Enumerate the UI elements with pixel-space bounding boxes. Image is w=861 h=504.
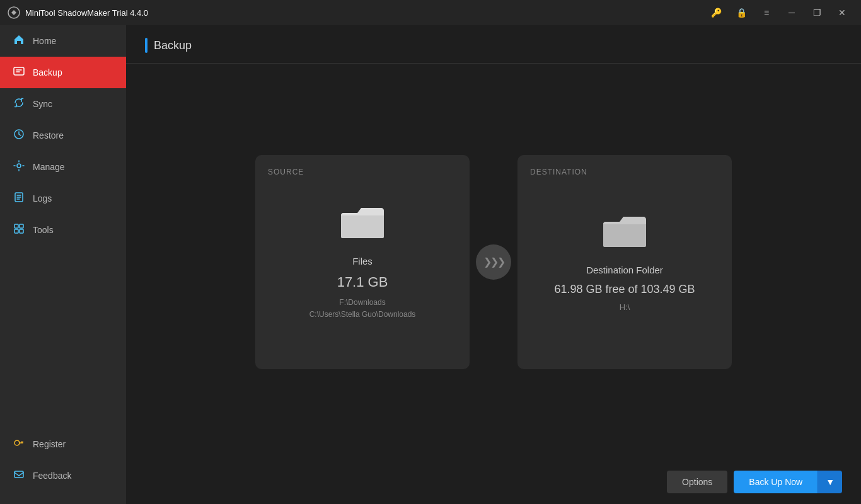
svg-rect-7 xyxy=(14,229,18,233)
dropdown-arrow-icon: ▼ xyxy=(826,477,835,487)
destination-card[interactable]: DESTINATION Destination Folder 61.98 GB … xyxy=(517,155,732,369)
page-title: Backup xyxy=(154,39,192,52)
source-size: 17.1 GB xyxy=(337,274,388,290)
sidebar-item-manage[interactable]: Manage xyxy=(0,151,126,183)
manage-icon xyxy=(13,160,25,174)
sidebar-item-backup[interactable]: Backup xyxy=(0,57,126,88)
destination-label: DESTINATION xyxy=(530,168,587,176)
tools-icon xyxy=(13,223,25,237)
backup-content: SOURCE Files 17.1 GB F:\Downloads C:\Use… xyxy=(126,64,861,460)
backup-dropdown-button[interactable]: ▼ xyxy=(818,471,842,493)
svg-rect-10 xyxy=(14,471,23,478)
sidebar-item-logs[interactable]: Logs xyxy=(0,183,126,214)
sidebar-item-label-sync: Sync xyxy=(33,99,52,109)
restore-button[interactable]: ❐ xyxy=(806,3,828,22)
sidebar-item-restore[interactable]: Restore xyxy=(0,120,126,151)
app-logo-icon xyxy=(8,6,20,19)
minimize-button[interactable]: ─ xyxy=(780,3,803,22)
source-type: Files xyxy=(352,256,373,266)
source-path-2: C:\Users\Stella Guo\Downloads xyxy=(309,309,416,321)
arrow-icon: ❯❯❯ xyxy=(483,256,504,268)
source-path-1: F:\Downloads xyxy=(309,297,416,309)
destination-drive: H:\ xyxy=(620,302,630,312)
key-icon xyxy=(13,437,25,451)
bottom-bar: Options Back Up Now ▼ xyxy=(126,460,861,504)
source-path: F:\Downloads C:\Users\Stella Guo\Downloa… xyxy=(309,297,416,321)
sidebar: Home Backup Sync xyxy=(0,25,126,504)
sidebar-item-label-logs: Logs xyxy=(33,193,52,203)
destination-type: Destination Folder xyxy=(586,265,663,275)
sync-icon xyxy=(13,97,25,111)
key-button[interactable]: 🔑 xyxy=(705,3,727,22)
page-header: Backup xyxy=(126,25,861,64)
destination-free: 61.98 GB free of 103.49 GB xyxy=(554,283,695,296)
svg-rect-8 xyxy=(20,229,23,233)
backup-cards-container: SOURCE Files 17.1 GB F:\Downloads C:\Use… xyxy=(191,155,796,369)
svg-rect-1 xyxy=(14,67,24,75)
app-logo: MiniTool ShadowMaker Trial 4.4.0 xyxy=(8,6,148,19)
restore-icon xyxy=(13,129,25,142)
source-card[interactable]: SOURCE Files 17.1 GB F:\Downloads C:\Use… xyxy=(255,155,470,369)
sidebar-item-home[interactable]: Home xyxy=(0,25,126,57)
window-controls: 🔑 🔒 ≡ ─ ❐ ✕ xyxy=(705,3,853,22)
arrow-button[interactable]: ❯❯❯ xyxy=(476,244,511,280)
sidebar-item-label-home: Home xyxy=(33,36,56,46)
svg-rect-14 xyxy=(603,224,646,247)
close-button[interactable]: ✕ xyxy=(831,3,853,22)
app-title: MiniTool ShadowMaker Trial 4.4.0 xyxy=(25,8,148,18)
main-layout: Home Backup Sync xyxy=(0,25,861,504)
source-label: SOURCE xyxy=(268,168,304,176)
backup-button-group: Back Up Now ▼ xyxy=(734,471,842,493)
sidebar-item-label-register: Register xyxy=(33,439,66,449)
sidebar-item-label-feedback: Feedback xyxy=(33,471,71,481)
sidebar-item-label-backup: Backup xyxy=(33,67,62,77)
feedback-icon xyxy=(13,469,25,483)
svg-rect-12 xyxy=(341,215,384,238)
sidebar-spacer xyxy=(0,246,126,428)
svg-rect-5 xyxy=(14,224,18,228)
sidebar-item-register[interactable]: Register xyxy=(0,428,126,460)
sidebar-item-sync[interactable]: Sync xyxy=(0,88,126,120)
options-button[interactable]: Options xyxy=(667,471,727,493)
svg-rect-6 xyxy=(20,224,23,228)
svg-point-3 xyxy=(17,164,21,168)
sidebar-item-label-manage: Manage xyxy=(33,162,65,172)
home-icon xyxy=(13,34,25,48)
sidebar-item-tools[interactable]: Tools xyxy=(0,214,126,246)
backup-now-button[interactable]: Back Up Now xyxy=(734,471,818,493)
logs-icon xyxy=(13,192,25,205)
backup-icon xyxy=(13,66,25,79)
sidebar-item-label-tools: Tools xyxy=(33,225,54,235)
menu-button[interactable]: ≡ xyxy=(755,3,778,22)
destination-folder-icon xyxy=(602,212,647,252)
sidebar-bottom: Register Feedback xyxy=(0,428,126,504)
lock-button[interactable]: 🔒 xyxy=(730,3,753,22)
sidebar-item-feedback[interactable]: Feedback xyxy=(0,460,126,491)
content-area: Backup SOURCE Files 17.1 GB xyxy=(126,25,861,504)
titlebar: MiniTool ShadowMaker Trial 4.4.0 🔑 🔒 ≡ ─… xyxy=(0,0,861,25)
source-folder-icon xyxy=(340,203,385,243)
header-accent xyxy=(145,38,147,53)
sidebar-item-label-restore: Restore xyxy=(33,130,64,140)
